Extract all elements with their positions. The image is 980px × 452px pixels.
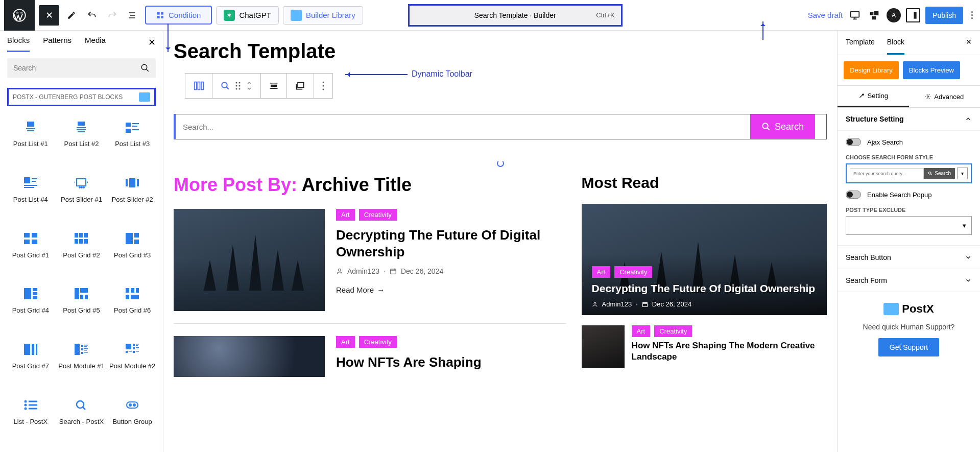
block-post-slider-2[interactable]: Post Slider #2 [107,171,158,225]
post-title[interactable]: How NFTs Are Shaping [336,354,566,371]
toolbar-align-button[interactable] [261,74,287,98]
block-button-group[interactable]: Button Group [107,393,158,447]
toolbar-more-button[interactable] [314,74,332,98]
chatgpt-button[interactable]: ✶ ChatGPT [216,6,279,25]
tab-blocks[interactable]: Blocks [7,36,30,52]
block-list-postx[interactable]: List - PostX [5,393,56,447]
tag-art[interactable]: Art [336,209,355,221]
most-read-featured[interactable]: ArtCreativity Decrypting The Future Of D… [582,204,827,315]
block-post-grid-4[interactable]: Post Grid #4 [5,282,56,336]
redo-icon[interactable] [104,5,121,26]
tag-creativity[interactable]: Creativity [359,209,397,221]
blocks-preview-button[interactable]: Blocks Preview [903,61,960,79]
publish-button[interactable]: Publish [925,7,963,24]
drag-handle-icon[interactable] [235,81,241,90]
sidebar-toggle-icon[interactable] [906,8,920,22]
structure-setting-header[interactable]: Structure Setting [838,108,980,131]
save-draft-link[interactable]: Save draft [808,11,843,19]
close-settings-icon[interactable]: ✕ [966,31,972,55]
toolbar-columns-button[interactable] [185,74,212,98]
block-post-grid-2[interactable]: Post Grid #2 [56,227,107,280]
block-post-list-4[interactable]: Post List #4 [5,171,56,225]
editor-canvas[interactable]: Search Template Search More Post By: Arc… [163,31,837,452]
svg-rect-28 [77,179,86,186]
tab-template[interactable]: Template [846,31,875,55]
read-more-link[interactable]: Read More → [336,286,566,294]
search-form-style-select[interactable]: Search ▾ [846,163,972,183]
post-title[interactable]: Decrypting The Future Of Digital Ownersh… [336,227,566,260]
toolbar-copy-button[interactable] [287,74,314,98]
view-toggle-icon[interactable] [867,8,881,22]
condition-button[interactable]: Condition [145,6,212,25]
design-library-button[interactable]: Design Library [844,61,899,79]
block-post-slider-1[interactable]: Post Slider #1 [56,171,107,225]
search-field[interactable] [176,114,750,139]
block-post-module-2[interactable]: Post Module #2 [107,338,158,391]
svg-rect-56 [126,288,129,293]
search-submit-button[interactable]: Search [750,114,815,139]
more-menu-icon[interactable] [968,11,976,19]
more-post-heading[interactable]: More Post By: Archive Title [174,174,566,196]
page-title[interactable]: Search Template [174,31,827,73]
tag-art[interactable]: Art [592,266,611,278]
search-form-block[interactable]: Search [174,114,827,139]
block-post-grid-7[interactable]: Post Grid #7 [5,338,56,391]
block-post-grid-1[interactable]: Post Grid #1 [5,227,56,280]
tab-patterns[interactable]: Patterns [43,36,71,52]
block-post-list-2[interactable]: Post List #2 [56,115,107,169]
tag-art[interactable]: Art [632,325,651,337]
postx-section-header[interactable]: POSTX - GUTENBERG POST BLOCKS [7,88,156,106]
get-support-button[interactable]: Get Support [878,338,940,356]
post-type-exclude-select[interactable]: ▾ [846,216,972,235]
tab-media[interactable]: Media [85,36,106,52]
undo-icon[interactable] [84,5,100,26]
subtab-setting[interactable]: Setting [838,86,909,107]
ajax-search-toggle[interactable] [846,138,861,146]
enable-popup-toggle[interactable] [846,191,861,199]
inserter-search[interactable] [7,58,156,78]
document-outline-icon[interactable] [125,5,141,26]
desktop-view-icon[interactable] [848,8,862,22]
svg-point-108 [323,85,324,87]
edit-icon[interactable] [63,5,80,26]
block-post-grid-3[interactable]: Post Grid #3 [107,227,158,280]
most-read-heading[interactable]: Most Read [582,174,827,192]
enable-popup-toggle-row: Enable Search Popup [846,191,972,199]
block-post-grid-6[interactable]: Post Grid #6 [107,282,158,336]
search-form-section[interactable]: Search Form [838,269,980,292]
svg-point-92 [133,404,135,406]
block-post-list-1[interactable]: Post List #1 [5,115,56,169]
svg-rect-90 [127,402,138,408]
svg-rect-55 [85,295,88,299]
inserter-tabs: Blocks Patterns Media ✕ [0,31,163,52]
block-post-list-3[interactable]: Post List #3 [107,115,158,169]
svg-rect-114 [642,302,647,306]
search-input[interactable] [13,64,140,72]
toolbar-search-group[interactable] [212,74,261,98]
tag-art[interactable]: Art [336,336,355,348]
style-preview-button: Search [924,168,955,179]
template-name-bar[interactable]: Search Template · Builder Ctrl+K [408,4,623,27]
wordpress-logo[interactable] [4,0,35,31]
tab-block[interactable]: Block [887,31,904,55]
subtab-advanced[interactable]: Advanced [909,86,981,107]
chevron-down-icon[interactable]: ▾ [957,168,968,179]
move-icon[interactable] [246,81,252,91]
close-icon[interactable]: ✕ [148,37,156,48]
avatar-icon[interactable]: A [887,8,901,22]
close-inserter-button[interactable]: ✕ [39,5,59,26]
tag-creativity[interactable]: Creativity [359,336,397,348]
svg-rect-69 [84,348,88,349]
block-post-grid-5[interactable]: Post Grid #5 [56,282,107,336]
tag-creativity[interactable]: Creativity [654,325,692,337]
post-card[interactable]: ArtCreativity Decrypting The Future Of D… [174,209,566,324]
tag-creativity[interactable]: Creativity [614,266,652,278]
builder-library-button[interactable]: Builder Library [283,6,363,25]
svg-rect-84 [29,401,37,402]
search-button-section[interactable]: Search Button [838,246,980,269]
block-search-postx[interactable]: Search - PostX [56,393,107,447]
post-card[interactable]: ArtCreativity How NFTs Are Shaping [174,336,566,378]
block-post-module-1[interactable]: Post Module #1 [56,338,107,391]
most-read-item[interactable]: ArtCreativity How NFTs Are Shaping The M… [582,325,827,368]
svg-point-113 [594,302,596,304]
